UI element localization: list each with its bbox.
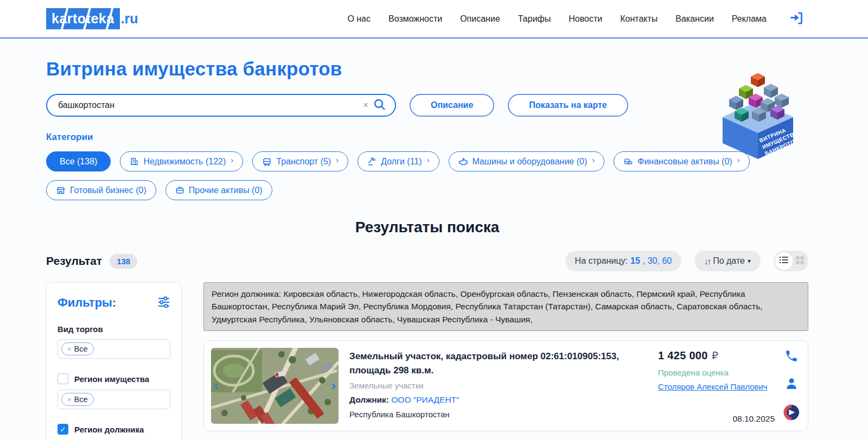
listing-region: Республика Башкортостан [349, 410, 658, 419]
thumbnail-next-button[interactable]: › [331, 378, 336, 392]
clear-search-button[interactable]: × [360, 100, 372, 111]
results-heading: Результаты поиска [46, 219, 808, 236]
per-page-options[interactable]: , 30, 60 [643, 256, 672, 266]
filter-label-property-region: Регион имущества [74, 374, 149, 384]
caret-right-icon: › [231, 155, 233, 164]
listing-date: 08.10.2025 [732, 414, 775, 424]
caret-right-icon: › [737, 155, 740, 164]
view-toggle [774, 251, 808, 271]
listing-card: ‹ › Земельный участок, кадастровый номер… [203, 340, 808, 431]
nav-news[interactable]: Новости [569, 14, 602, 24]
category-other-assets[interactable]: Прочие активы (0) [165, 180, 272, 200]
storefront-icon [56, 186, 66, 195]
coins-icon [623, 157, 633, 167]
caret-down-icon: ▾ [748, 257, 751, 265]
listing-info: Земельный участок, кадастровый номер 02:… [349, 348, 658, 424]
nav-description[interactable]: Описание [460, 14, 500, 24]
filter-tag: × Все [61, 393, 94, 406]
listing-thumbnail[interactable]: ‹ › [211, 348, 339, 424]
debtor-link[interactable]: ООО "РИАДЕНТ" [391, 395, 459, 404]
login-button[interactable] [789, 11, 804, 27]
listing-meta: 1 425 000 ₽ Проведена оценка Столяров Ал… [658, 348, 775, 424]
remove-tag-icon[interactable]: × [67, 345, 72, 353]
chevron-right-icon: › [331, 377, 336, 393]
showcase-cube-badge: ВИТРИНА ИМУЩЕСТВА БАНКРОТОВ [717, 66, 799, 161]
gavel-icon [367, 157, 376, 166]
search-icon [373, 98, 386, 113]
person-button[interactable] [784, 377, 799, 392]
nav-tariffs[interactable]: Тарифы [518, 14, 551, 24]
nav-contacts[interactable]: Контакты [620, 14, 658, 24]
page: kartoteka .ru О нас Возможности Описание… [0, 0, 868, 439]
main-nav: О нас Возможности Описание Тарифы Новост… [347, 14, 767, 24]
sort-arrows-icon: ↓↑ [704, 257, 710, 266]
filter-property-region: Регион имущества [58, 373, 170, 384]
chevron-left-icon: ‹ [214, 377, 219, 393]
thumbnail-prev-button[interactable]: ‹ [214, 378, 219, 392]
category-real-estate[interactable]: Недвижимость (122) › [120, 151, 243, 171]
debtor-label: Должник: [349, 395, 389, 404]
search-box: × [46, 94, 396, 117]
debtor-region-checkbox[interactable]: ✓ [58, 424, 68, 435]
filter-tag: × Все [61, 342, 94, 355]
phone-icon [784, 349, 799, 365]
manager-link[interactable]: Столяров Алексей Павлович [658, 382, 775, 391]
category-all[interactable]: Все (138) [46, 151, 111, 171]
list-view-icon [779, 256, 789, 266]
result-bar: Результат 138 На страницу: 15, 30, 60 ↓↑… [46, 251, 808, 271]
listing-category: Земельные участки [349, 381, 658, 390]
logo-mark: kartoteka [46, 8, 120, 29]
content-area: Фильтры: Вид торгов × Все [46, 282, 808, 439]
per-page-selected[interactable]: 15 [630, 256, 640, 266]
nav-features[interactable]: Возможности [388, 14, 442, 24]
sort-label: По дате [713, 256, 745, 266]
search-input[interactable] [58, 100, 360, 110]
logo-suffix: .ru [121, 11, 138, 27]
filters-panel: Фильтры: Вид торгов × Все [46, 282, 182, 439]
grid-view-icon [795, 256, 805, 267]
filter-input-trade-type[interactable]: × Все [58, 339, 170, 359]
category-business[interactable]: Готовый бизнес (0) [46, 180, 156, 200]
search-submit-button[interactable] [372, 98, 387, 113]
remove-tag-icon[interactable]: × [67, 396, 72, 404]
caret-right-icon: › [592, 155, 595, 164]
clear-icon: × [363, 100, 368, 110]
result-count-label: Результат [46, 255, 102, 268]
category-debts[interactable]: Долги (11) › [358, 151, 439, 171]
listing-price: 1 425 000 [658, 349, 708, 362]
sort-control[interactable]: ↓↑ По дате ▾ [694, 251, 761, 271]
kartoteka-brand-icon [783, 404, 800, 423]
categories-row-2: Готовый бизнес (0) Прочие активы (0) [46, 180, 868, 200]
sliders-icon[interactable] [157, 296, 170, 310]
list-view-button[interactable] [775, 252, 793, 270]
phone-button[interactable] [784, 349, 799, 365]
result-controls: На страницу: 15, 30, 60 ↓↑ По дате ▾ [565, 251, 808, 271]
filter-label-debtor-region: Регион должника [74, 425, 144, 434]
filters-title: Фильтры: [58, 296, 116, 310]
results-column: Регион должника: Кировская область, Ниже… [203, 282, 808, 431]
listing-actions [782, 348, 801, 424]
bus-icon [262, 157, 272, 167]
listing-title: Земельный участок, кадастровый номер 02:… [349, 349, 653, 378]
applied-filters-bar: Регион должника: Кировская область, Ниже… [203, 282, 808, 331]
nav-vacancies[interactable]: Вакансии [675, 14, 714, 24]
building-icon [130, 157, 139, 166]
listing-debtor: Должник: ООО "РИАДЕНТ" [349, 395, 658, 405]
login-icon [789, 11, 804, 27]
per-page-label: На страницу: [575, 256, 628, 266]
property-region-checkbox[interactable] [58, 373, 68, 384]
grid-view-button[interactable] [793, 256, 807, 267]
engine-icon [458, 157, 468, 167]
ruble-sign: ₽ [712, 349, 718, 362]
category-machinery[interactable]: Машины и оборудование (0) › [449, 151, 605, 171]
nav-ads[interactable]: Реклама [732, 14, 767, 24]
check-icon: ✓ [60, 425, 66, 434]
category-transport[interactable]: Транспорт (5) › [252, 151, 348, 171]
main-content: Витрина имущества банкротов [0, 58, 868, 439]
description-button[interactable]: Описание [410, 94, 494, 117]
filter-input-property-region[interactable]: × Все [58, 390, 170, 409]
kartoteka-logo[interactable]: kartoteka .ru [46, 8, 138, 29]
result-count-badge: 138 [110, 254, 137, 269]
show-on-map-button[interactable]: Показать на карте [508, 94, 628, 117]
nav-about[interactable]: О нас [347, 14, 371, 24]
